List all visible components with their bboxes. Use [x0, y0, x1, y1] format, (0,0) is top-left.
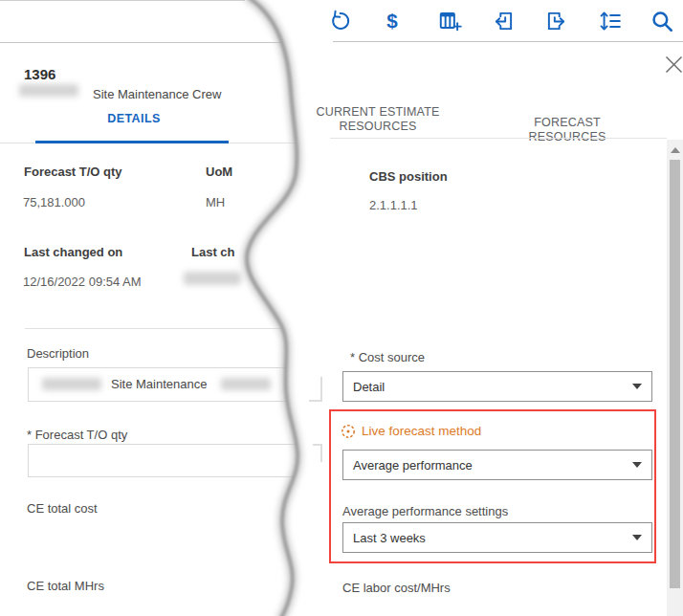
toolbar-divider: [333, 41, 683, 42]
redacted-text: [42, 378, 101, 390]
section-divider: [25, 328, 312, 329]
redacted-text: [184, 272, 241, 285]
chevron-down-icon: [632, 535, 642, 540]
ce-total-mhrs-label: CE total MHrs: [27, 579, 104, 593]
import-document-icon[interactable]: [491, 9, 516, 33]
live-forecast-method-dropdown[interactable]: Average performance: [342, 450, 652, 480]
right-resources-panel: $: [316, 0, 683, 616]
tabbar-divider: [330, 138, 667, 139]
close-icon[interactable]: [665, 55, 683, 77]
record-subtitle: Site Maintenance Crew: [93, 87, 221, 101]
left-panel-top-border: [0, 0, 245, 1]
ce-labor-cost-label: CE labor cost/MHrs: [342, 581, 451, 595]
field-label: Last changed on: [24, 245, 122, 259]
scrollbar-up-arrow-icon[interactable]: [671, 147, 680, 153]
currency-icon[interactable]: $: [380, 9, 405, 33]
cbs-position-value: 2.1.1.1.1: [369, 198, 418, 212]
svg-text:$: $: [386, 10, 398, 32]
scrollbar-thumb[interactable]: [670, 160, 680, 588]
avg-performance-settings-label: Average performance settings: [342, 504, 508, 518]
chevron-down-icon: [632, 462, 642, 468]
avg-performance-settings-dropdown[interactable]: Last 3 weeks: [342, 522, 652, 553]
field-value: 75,181.000: [23, 195, 85, 209]
left-details-panel: 1396 Site Maintenance Crew DETAILS Forec…: [0, 0, 325, 616]
forecast-detail-window: 1396 Site Maintenance Crew DETAILS Forec…: [0, 0, 683, 616]
scrollbar-track[interactable]: [667, 140, 683, 616]
redacted-text: [221, 378, 271, 390]
chevron-down-icon: [632, 384, 642, 389]
left-header-divider: [0, 42, 316, 43]
live-forecast-method-value: Average performance: [353, 458, 632, 473]
description-label: Description: [27, 346, 89, 361]
field-label: UoM: [206, 165, 232, 179]
live-forecast-icon: [341, 424, 356, 443]
export-document-icon[interactable]: [544, 9, 569, 33]
live-forecast-label: Live forecast method: [362, 424, 481, 438]
tab-forecast-resources[interactable]: FORECAST RESOURCES: [500, 116, 634, 144]
add-column-icon[interactable]: [437, 9, 462, 33]
forecast-qty-label: * Forecast T/O qty: [27, 428, 127, 442]
cbs-position-label: CBS position: [369, 169, 448, 184]
description-input[interactable]: Site Maintenance: [28, 367, 322, 402]
description-value: Site Maintenance: [111, 377, 207, 391]
active-tab-underline: [35, 141, 229, 143]
field-value: MH: [206, 195, 225, 209]
tab-current-estimate-resources[interactable]: CURRENT ESTIMATE RESOURCES: [311, 105, 445, 134]
search-icon[interactable]: [650, 9, 674, 33]
field-label: Forecast T/O qty: [24, 165, 122, 179]
ce-total-cost-label: CE total cost: [27, 501, 98, 516]
cost-source-dropdown[interactable]: Detail: [342, 371, 652, 402]
tab-details[interactable]: DETAILS: [57, 112, 210, 126]
redacted-text: [19, 84, 78, 97]
cost-source-value: Detail: [353, 380, 632, 394]
field-value: 12/16/2022 09:54 AM: [23, 275, 142, 289]
undo-icon[interactable]: [327, 9, 352, 33]
row-height-icon[interactable]: [597, 9, 622, 33]
avg-performance-settings-value: Last 3 weeks: [353, 531, 632, 545]
record-code: 1396: [24, 66, 55, 82]
field-label: Last ch: [191, 245, 235, 259]
forecast-qty-input[interactable]: [28, 444, 322, 477]
cost-source-label: * Cost source: [350, 350, 425, 364]
